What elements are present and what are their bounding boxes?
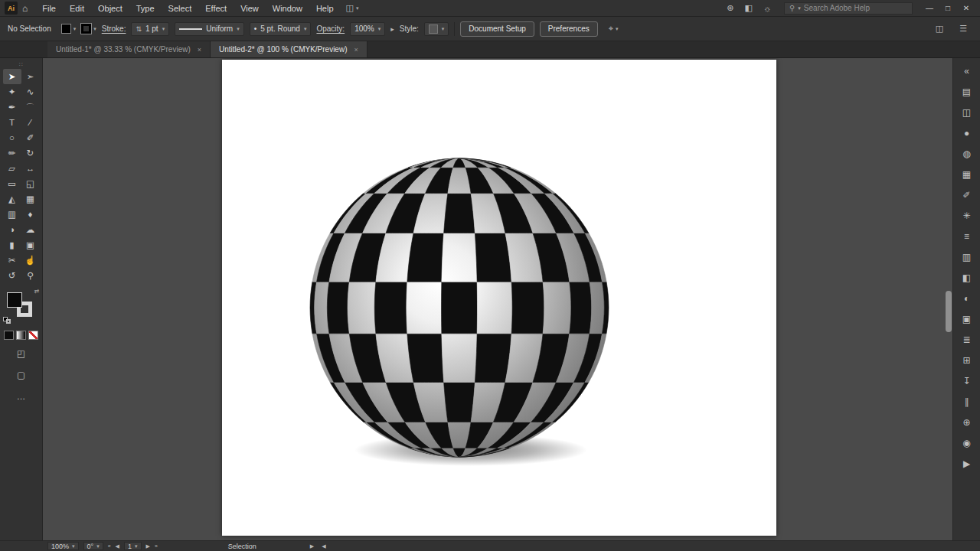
- next-artboard-button[interactable]: ▶: [146, 543, 150, 549]
- eyedropper-tool[interactable]: ♦: [21, 207, 40, 222]
- color-mode-button[interactable]: [4, 331, 14, 340]
- graphic-styles-panel-icon[interactable]: ▣: [957, 308, 977, 329]
- screen-mode-button[interactable]: ▢: [12, 367, 31, 383]
- search-input[interactable]: [804, 4, 894, 12]
- swatches-panel-icon[interactable]: ▦: [957, 164, 977, 184]
- more-tools-icon[interactable]: ⌖ ▾: [603, 24, 624, 34]
- gradient-panel-icon[interactable]: ▥: [957, 246, 977, 267]
- illustrator-app-icon[interactable]: Ai: [5, 2, 18, 15]
- scroll-forward-icon[interactable]: ▶: [310, 543, 314, 549]
- close-button[interactable]: ✕: [957, 0, 975, 17]
- symbols-panel-icon[interactable]: ✳: [957, 205, 977, 226]
- swap-fill-stroke-icon[interactable]: ⇄: [34, 288, 40, 295]
- document-tab-untitled-2[interactable]: Untitled-2* @ 100 % (CMYK/Preview) ×: [211, 41, 368, 57]
- pencil-tool[interactable]: ✏: [3, 145, 21, 161]
- scroll-back-icon[interactable]: ◀: [322, 543, 325, 549]
- home-icon[interactable]: ⌂: [22, 3, 28, 14]
- menu-type[interactable]: Type: [129, 0, 162, 17]
- column-graph-tool[interactable]: ▮: [3, 237, 21, 253]
- artboard[interactable]: [222, 60, 776, 536]
- menu-select[interactable]: Select: [162, 0, 199, 17]
- menu-edit[interactable]: Edit: [63, 0, 91, 17]
- share-document-icon[interactable]: ⊕: [721, 3, 739, 13]
- width-profile-dropdown[interactable]: Uniform ▾: [175, 22, 244, 36]
- stroke-weight-field[interactable]: ⇅ 1 pt ▾: [131, 22, 169, 36]
- artboard-tool[interactable]: ▣: [21, 237, 40, 253]
- preferences-button[interactable]: Preferences: [540, 21, 598, 37]
- symbol-sprayer-tool[interactable]: ☁: [21, 222, 40, 237]
- document-layout-icon[interactable]: ◧: [740, 3, 758, 13]
- document-setup-button[interactable]: Document Setup: [460, 21, 534, 37]
- tab-close-icon[interactable]: ×: [354, 46, 358, 54]
- rotation-dropdown[interactable]: 0° ▾: [83, 542, 103, 550]
- blend-tool[interactable]: ◑: [3, 222, 21, 237]
- default-fill-stroke-icon[interactable]: [3, 317, 12, 324]
- menu-file[interactable]: File: [35, 0, 63, 17]
- menu-object[interactable]: Object: [91, 0, 129, 17]
- opacity-field[interactable]: 100% ▾: [350, 22, 385, 36]
- none-mode-button[interactable]: [28, 331, 38, 340]
- curvature-tool[interactable]: ⌒: [21, 99, 40, 115]
- libraries-panel-icon[interactable]: ◫: [957, 102, 977, 122]
- shape-builder-tool[interactable]: ◱: [21, 176, 40, 191]
- artboard-number-field[interactable]: 1 ▾: [124, 542, 142, 550]
- panel-grip-icon[interactable]: ∷: [19, 60, 23, 69]
- properties-panel-icon[interactable]: ▤: [957, 81, 977, 102]
- discover-lightbulb-icon[interactable]: ☼: [758, 4, 776, 13]
- magic-wand-tool[interactable]: ✦: [3, 84, 21, 99]
- paintbrush-tool[interactable]: ✐: [21, 130, 40, 145]
- opacity-panel-link[interactable]: Opacity:: [316, 24, 345, 33]
- checkered-sphere-artwork[interactable]: [222, 60, 776, 536]
- menu-help[interactable]: Help: [309, 0, 341, 17]
- appearance-panel-icon[interactable]: ◐: [957, 288, 977, 308]
- gradient-mode-button[interactable]: [16, 331, 26, 340]
- previous-artboard-button[interactable]: ◀: [116, 543, 119, 549]
- collapse-panels-icon[interactable]: «: [957, 60, 977, 81]
- fill-color-selector[interactable]: [7, 292, 22, 308]
- history-panel-icon[interactable]: ▶: [957, 453, 977, 474]
- fill-color-control[interactable]: ▾: [61, 24, 77, 34]
- direct-selection-tool[interactable]: ➣: [21, 69, 40, 84]
- artboards-panel-icon[interactable]: ⊞: [957, 350, 977, 370]
- brush-definition-dropdown[interactable]: • 5 pt. Round ▾: [250, 22, 312, 36]
- last-artboard-button[interactable]: »: [155, 543, 158, 549]
- style-dropdown[interactable]: ▾: [424, 22, 449, 36]
- zoom-tool[interactable]: ⚲: [21, 268, 40, 283]
- free-transform-tool[interactable]: ▭: [3, 176, 21, 191]
- color-guide-panel-icon[interactable]: ◍: [957, 143, 977, 164]
- scale-tool[interactable]: ▱: [3, 161, 21, 176]
- stepper-icon[interactable]: ⇅: [136, 25, 142, 33]
- rotate-tool[interactable]: ↻: [21, 145, 40, 161]
- pen-tool[interactable]: ✒: [3, 99, 21, 115]
- gradient-tool[interactable]: ▥: [3, 207, 21, 222]
- transparency-panel-icon[interactable]: ◧: [957, 267, 977, 288]
- arrange-documents-icon[interactable]: ◫ ▾: [341, 3, 364, 13]
- tab-close-icon[interactable]: ×: [198, 46, 201, 54]
- expand-options-icon[interactable]: ▸: [390, 25, 394, 33]
- menu-view[interactable]: View: [234, 0, 266, 17]
- mesh-tool[interactable]: ▦: [21, 191, 40, 207]
- stroke-panel-link[interactable]: Stroke:: [102, 24, 126, 33]
- first-artboard-button[interactable]: «: [108, 543, 111, 549]
- navigator-panel-icon[interactable]: ◉: [957, 432, 977, 453]
- color-panel-icon[interactable]: ●: [957, 122, 977, 143]
- zoom-level-dropdown[interactable]: 100% ▾: [47, 542, 79, 550]
- menu-window[interactable]: Window: [266, 0, 309, 17]
- lasso-tool[interactable]: ∿: [21, 84, 40, 99]
- align-panel-icon[interactable]: ∥: [957, 391, 977, 412]
- brushes-panel-icon[interactable]: ✐: [957, 184, 977, 205]
- slice-tool[interactable]: ✂: [3, 253, 21, 268]
- control-panel-menu-icon[interactable]: ☰: [954, 24, 972, 34]
- menu-effect[interactable]: Effect: [198, 0, 234, 17]
- document-tab-untitled-1[interactable]: Untitled-1* @ 33.33 % (CMYK/Preview) ×: [47, 41, 211, 57]
- width-tool[interactable]: ↔: [21, 161, 40, 176]
- drawing-modes-button[interactable]: ◰: [12, 346, 31, 361]
- minimize-button[interactable]: —: [920, 0, 939, 17]
- asset-export-panel-icon[interactable]: ↧: [957, 370, 977, 391]
- perspective-grid-tool[interactable]: ◭: [3, 191, 21, 207]
- panel-dock-icon[interactable]: ◫: [930, 24, 949, 34]
- selection-tool[interactable]: ➤: [3, 69, 21, 84]
- type-tool[interactable]: T: [3, 115, 21, 130]
- line-segment-tool[interactable]: ∕: [21, 115, 40, 130]
- ellipse-tool[interactable]: ○: [3, 130, 21, 145]
